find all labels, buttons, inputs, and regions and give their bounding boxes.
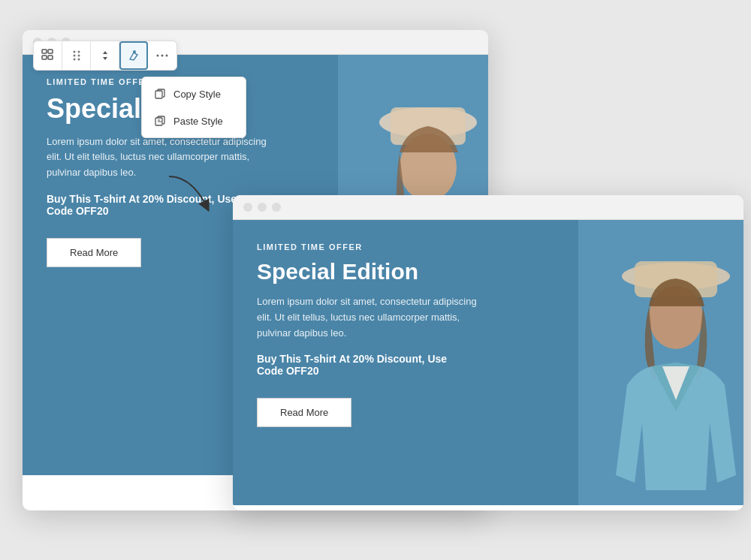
paste-style-item[interactable]: Paste Style — [142, 107, 246, 134]
front-window-dot-green — [272, 203, 281, 212]
copy-style-label: Copy Style — [173, 89, 221, 100]
svg-point-14 — [157, 55, 159, 57]
svg-point-16 — [166, 55, 168, 57]
back-description: Lorem ipsum dolor sit amet, consectetur … — [47, 134, 272, 181]
svg-point-8 — [77, 51, 80, 53]
back-read-more-button[interactable]: Read More — [47, 238, 141, 267]
front-browser-window: LIMITED TIME OFFER Special Edition Lorem… — [233, 195, 743, 510]
svg-rect-5 — [42, 56, 47, 59]
back-promo: Buy This T-shirt At 20% Discount, Use Co… — [47, 193, 257, 217]
svg-rect-3 — [42, 50, 47, 53]
front-hero-content: LIMITED TIME OFFER Special Edition Lorem… — [233, 220, 578, 505]
more-options-button[interactable] — [148, 41, 176, 70]
style-icon — [128, 50, 140, 62]
front-description: Lorem ipsum dolor sit amet, consectetur … — [257, 294, 482, 341]
svg-point-12 — [77, 59, 80, 61]
front-limited-label: LIMITED TIME OFFER — [257, 242, 554, 251]
drag-handle-button[interactable] — [62, 41, 91, 70]
style-button[interactable] — [119, 41, 148, 70]
svg-rect-4 — [48, 50, 53, 53]
front-read-more-button[interactable]: Read More — [257, 398, 351, 427]
paste-style-label: Paste Style — [173, 116, 223, 127]
svg-point-9 — [73, 55, 75, 57]
svg-point-15 — [161, 55, 164, 57]
svg-point-10 — [77, 55, 80, 57]
svg-rect-17 — [155, 91, 162, 98]
front-hero-area: LIMITED TIME OFFER Special Edition Lorem… — [233, 220, 743, 505]
front-promo: Buy This T-shirt At 20% Discount, Use Co… — [257, 353, 467, 377]
more-dots-icon — [156, 54, 168, 57]
svg-point-13 — [133, 50, 136, 53]
front-person-svg — [578, 220, 743, 505]
svg-point-7 — [73, 51, 75, 53]
paste-icon — [154, 115, 166, 127]
grid-icon-button[interactable] — [34, 41, 62, 70]
copy-icon — [154, 88, 166, 100]
dropdown-menu: Copy Style Paste Style — [141, 77, 246, 138]
front-window-dot-yellow — [258, 203, 267, 212]
front-window-dot-red — [243, 203, 252, 212]
front-browser-titlebar — [233, 195, 743, 220]
toolbar — [33, 41, 177, 71]
grid-icon — [41, 49, 55, 62]
svg-rect-6 — [48, 56, 53, 59]
front-hero-person — [578, 220, 743, 505]
arrows-icon — [101, 50, 110, 62]
svg-point-11 — [73, 59, 75, 61]
drag-handle-icon — [72, 50, 81, 62]
copy-style-item[interactable]: Copy Style — [142, 80, 246, 107]
arrows-button[interactable] — [91, 41, 119, 70]
front-heading: Special Edition — [257, 259, 554, 284]
